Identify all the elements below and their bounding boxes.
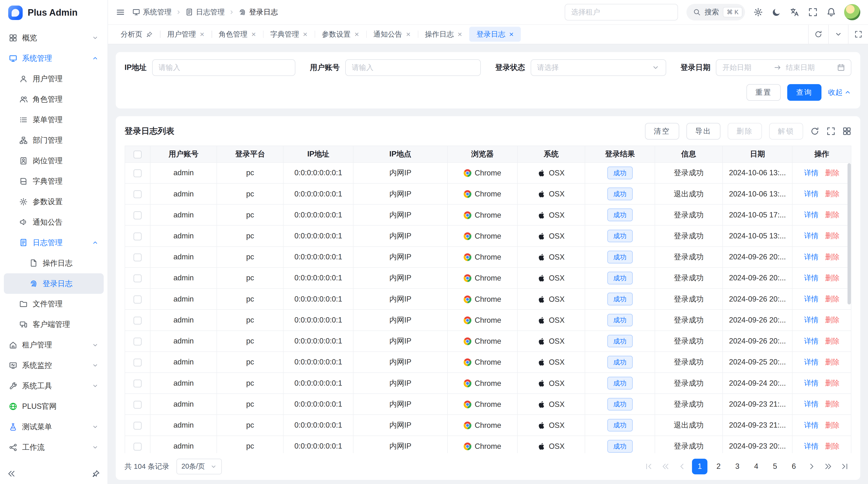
sidebar-item-login-log[interactable]: 登录日志 [4,273,104,294]
tab-roles[interactable]: 角色管理× [212,27,263,42]
sidebar-item-tenants[interactable]: 租户管理 [4,335,104,355]
breadcrumb-item[interactable]: 登录日志 [239,7,278,17]
tab-login-log[interactable]: 登录日志× [469,27,521,42]
maximize-content-button[interactable] [848,25,868,44]
delete-link[interactable]: 删除 [825,252,840,262]
tab-users[interactable]: 用户管理× [160,27,212,42]
sidebar-item-system[interactable]: 系统管理 [4,48,104,69]
row-checkbox[interactable] [133,401,141,409]
delete-link[interactable]: 删除 [825,168,840,178]
select-all-checkbox[interactable] [133,151,141,158]
delete-link[interactable]: 删除 [825,273,840,283]
page-button-2[interactable]: 2 [711,459,726,474]
row-checkbox[interactable] [133,190,141,198]
row-checkbox[interactable] [133,422,141,429]
row-checkbox[interactable] [133,254,141,261]
sidebar-item-tools[interactable]: 系统工具 [4,376,104,396]
settings-icon[interactable] [753,7,763,17]
sidebar-item-plus-site[interactable]: PLUS官网 [4,396,104,417]
sidebar-item-workflow[interactable]: 工作流 [4,437,104,458]
ip-input[interactable] [152,59,296,76]
account-input[interactable] [345,59,481,76]
sidebar-item-users[interactable]: 用户管理 [4,69,104,89]
row-checkbox[interactable] [133,275,141,282]
next-page-button[interactable] [805,460,818,473]
sidebar-item-posts[interactable]: 岗位管理 [4,151,104,171]
tab-analysis[interactable]: 分析页 [114,27,160,42]
sidebar-item-test-menu[interactable]: 测试菜单 [4,417,104,437]
login-date-range[interactable]: 开始日期 结束日期 [716,59,851,76]
detail-link[interactable]: 详情 [804,378,818,388]
detail-link[interactable]: 详情 [804,441,818,451]
close-tab-icon[interactable]: × [200,30,205,38]
jump-back-button[interactable] [659,460,672,473]
delete-link[interactable]: 删除 [825,336,840,346]
sidebar-item-dictionary[interactable]: 字典管理 [4,171,104,191]
close-tab-icon[interactable]: × [303,30,307,38]
row-checkbox[interactable] [133,443,141,451]
row-checkbox[interactable] [133,169,141,177]
refresh-tab-button[interactable] [808,25,828,44]
login-status-select[interactable]: 请选择 [531,59,666,76]
tab-operation-log[interactable]: 操作日志× [418,27,469,42]
tenant-select[interactable]: 选择租户 [565,4,678,21]
detail-link[interactable]: 详情 [804,399,818,409]
last-page-button[interactable] [838,460,851,473]
delete-button[interactable]: 删除 [728,123,762,139]
delete-link[interactable]: 删除 [825,378,840,388]
sidebar-item-notices[interactable]: 通知公告 [4,212,104,232]
detail-link[interactable]: 详情 [804,210,818,220]
sidebar-item-departments[interactable]: 部门管理 [4,130,104,151]
table-scrollbar[interactable] [847,163,851,304]
tab-dictionary[interactable]: 字典管理× [263,27,315,42]
delete-link[interactable]: 删除 [825,189,840,199]
language-icon[interactable] [790,7,799,17]
fullscreen-icon[interactable] [808,7,817,17]
collapse-sidebar-icon[interactable] [7,470,16,478]
jump-forward-button[interactable] [822,460,835,473]
detail-link[interactable]: 详情 [804,273,818,283]
reset-button[interactable]: 重置 [746,84,781,101]
sidebar-item-operation-log[interactable]: 操作日志 [4,253,104,273]
previous-page-button[interactable] [675,460,689,473]
delete-link[interactable]: 删除 [825,294,840,304]
breadcrumb-item[interactable]: 系统管理 [132,7,172,17]
notifications-icon[interactable] [827,7,836,17]
sidebar-item-menus[interactable]: 菜单管理 [4,110,104,130]
collapse-filters-link[interactable]: 收起 [828,88,851,97]
sidebar-item-files[interactable]: 文件管理 [4,294,104,314]
delete-link[interactable]: 删除 [825,357,840,367]
sidebar-item-monitoring[interactable]: 系统监控 [4,355,104,376]
page-size-select[interactable]: 20条/页 [177,459,222,474]
page-button-6[interactable]: 6 [786,459,802,474]
first-page-button[interactable] [642,460,655,473]
sidebar-item-roles[interactable]: 角色管理 [4,89,104,110]
row-checkbox[interactable] [133,212,141,219]
breadcrumb-item[interactable]: 日志管理 [185,7,225,17]
dark-mode-icon[interactable] [772,7,781,17]
export-button[interactable]: 导出 [686,123,721,139]
delete-link[interactable]: 删除 [825,315,840,325]
close-tab-icon[interactable]: × [251,30,256,38]
global-search[interactable]: 搜索 ⌘ K [686,4,745,21]
tab-parameters[interactable]: 参数设置× [315,27,366,42]
delete-link[interactable]: 删除 [825,399,840,409]
page-button-4[interactable]: 4 [748,459,764,474]
detail-link[interactable]: 详情 [804,336,818,346]
delete-link[interactable]: 删除 [825,441,840,451]
detail-link[interactable]: 详情 [804,168,818,178]
row-checkbox[interactable] [133,295,141,303]
detail-link[interactable]: 详情 [804,189,818,199]
sidebar-item-parameters[interactable]: 参数设置 [4,191,104,212]
close-tab-icon[interactable]: × [406,30,411,38]
close-tab-icon[interactable]: × [458,30,462,38]
detail-link[interactable]: 详情 [804,357,818,367]
row-checkbox[interactable] [133,233,141,240]
app-logo[interactable]: Plus Admin [0,0,107,26]
detail-link[interactable]: 详情 [804,231,818,241]
sidebar-item-overview[interactable]: 概览 [4,28,104,48]
fullscreen-table-icon[interactable] [827,127,835,136]
tab-notices[interactable]: 通知公告× [366,27,418,42]
hamburger-icon[interactable] [116,7,125,17]
delete-link[interactable]: 删除 [825,231,840,241]
